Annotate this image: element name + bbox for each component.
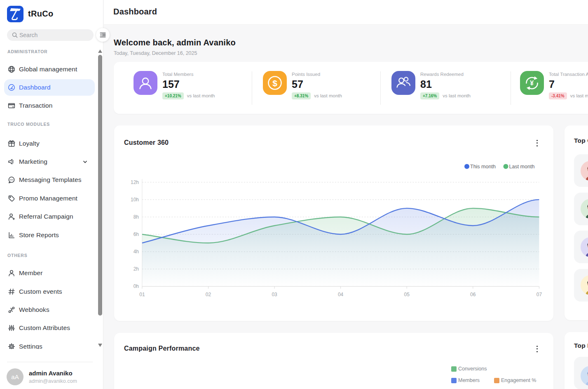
svg-text:2h: 2h — [134, 266, 139, 272]
svg-text:05: 05 — [404, 292, 410, 297]
svg-text:01: 01 — [139, 292, 145, 297]
svg-text:02: 02 — [206, 292, 211, 297]
svg-text:03: 03 — [272, 292, 277, 297]
svg-text:07: 07 — [536, 292, 542, 297]
svg-text:¥: ¥ — [530, 80, 534, 87]
svg-text:$: $ — [272, 78, 277, 88]
svg-text:04: 04 — [338, 292, 344, 297]
svg-text:06: 06 — [470, 292, 476, 297]
svg-text:4h: 4h — [134, 249, 139, 255]
svg-text:This month: This month — [470, 164, 496, 170]
svg-text:10h: 10h — [131, 197, 139, 203]
svg-text:0h: 0h — [134, 283, 139, 289]
svg-text:6h: 6h — [134, 231, 139, 237]
svg-text:12h: 12h — [131, 179, 139, 185]
svg-text:8h: 8h — [134, 214, 139, 220]
svg-text:Last month: Last month — [509, 164, 535, 170]
